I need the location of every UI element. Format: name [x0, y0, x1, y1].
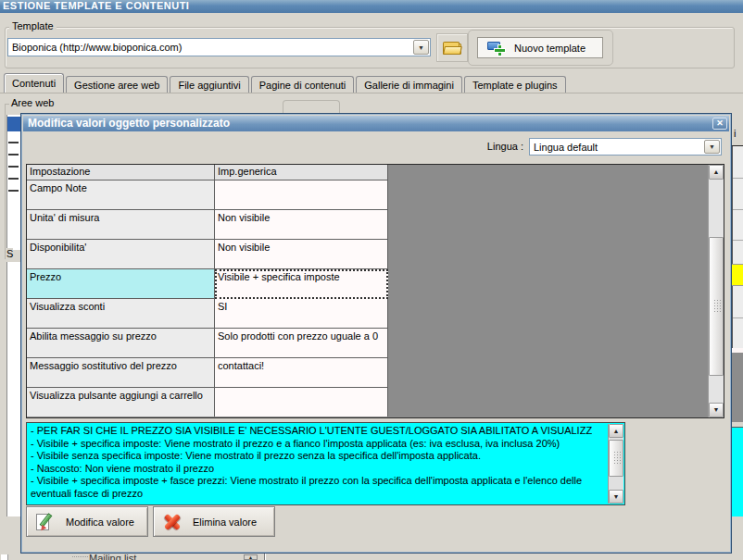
new-template-label: Nuovo template	[514, 43, 586, 54]
background-scrollbar-fragment: ▲	[244, 554, 258, 560]
tab-gallerie-di-immagini[interactable]: Gallerie di immagini	[356, 76, 462, 93]
background-table-rows-fragment	[732, 286, 743, 348]
help-info-box: - PER FAR SI CHE IL PREZZO SIA VISIBILE …	[26, 422, 625, 505]
close-icon[interactable]: ✕	[712, 118, 727, 130]
list-item-fragment	[8, 178, 19, 180]
language-label: Lingua :	[463, 141, 523, 152]
settings-grid: Impostazione Imp.generica Campo Note Uni…	[26, 164, 724, 418]
info-scrollbar[interactable]: ▲ ▼	[608, 424, 623, 504]
folder-icon	[443, 42, 461, 55]
scroll-up-icon[interactable]: ▲	[709, 165, 724, 180]
edit-pencil-icon	[35, 512, 56, 532]
table-row[interactable]: Visualizza pulsante aggiungi a carrello	[27, 388, 388, 417]
scroll-down-icon[interactable]: ▼	[609, 490, 623, 504]
modifica-valore-button[interactable]: Modifica valore	[26, 506, 148, 537]
aree-web-list-fragment	[6, 115, 20, 250]
aree-web-group-label: Aree web	[9, 97, 56, 108]
grid-scrollbar[interactable]: ▲ ▼	[708, 165, 724, 417]
background-groupbox-fragment	[283, 100, 340, 113]
chevron-down-icon[interactable]: ▼	[704, 140, 720, 154]
scroll-down-icon[interactable]: ▼	[709, 403, 724, 417]
elimina-valore-label: Elimina valore	[193, 516, 257, 528]
tab-contenuti[interactable]: Contenuti	[4, 73, 64, 93]
list-item-fragment	[8, 190, 19, 192]
window-titlebar: ESTIONE TEMPLATE E CONTENUTI	[0, 0, 743, 13]
background-header-fragment: i	[734, 128, 736, 139]
tree-branch-fragment	[72, 556, 88, 557]
new-template-icon	[487, 41, 506, 56]
background-table-rows-fragment	[732, 146, 743, 264]
open-folder-button[interactable]	[436, 33, 468, 62]
background-info-box-fragment	[732, 427, 743, 516]
tab-gestione-aree-web[interactable]: Gestione aree web	[66, 76, 168, 93]
dialog-title: Modifica valori oggetto personalizzato	[28, 117, 230, 130]
table-row[interactable]: Messaggio sostitutivo del prezzo contatt…	[27, 358, 388, 388]
list-item-fragment	[8, 142, 19, 143]
settings-table: Impostazione Imp.generica Campo Note Uni…	[27, 165, 388, 417]
selected-value-cell[interactable]: Visibile + specifica imposte	[215, 269, 388, 299]
scroll-up-icon[interactable]: ▲	[609, 424, 623, 438]
dialog-titlebar[interactable]: Modifica valori oggetto personalizzato	[23, 116, 729, 131]
list-item-fragment	[8, 166, 19, 168]
modifica-valore-label: Modifica valore	[66, 516, 134, 528]
tab-template-e-plugins[interactable]: Template e plugins	[464, 76, 566, 93]
tab-file-aggiuntivi[interactable]: File aggiuntivi	[170, 76, 248, 93]
list-item-fragment	[8, 154, 19, 156]
background-yellow-cell-fragment	[732, 264, 743, 286]
table-row-selected[interactable]: Prezzo Visibile + specifica imposte	[27, 269, 388, 299]
elimina-valore-button[interactable]: Elimina valore	[153, 506, 275, 537]
tree-item-mailing-list[interactable]: Mailing list	[89, 554, 191, 560]
red-x-icon	[162, 512, 183, 532]
background-panel-fragment	[1, 554, 8, 560]
table-row[interactable]: Unita' di misura Non visibile	[27, 210, 388, 240]
background-gray-panel-fragment	[732, 353, 743, 422]
background-group-label-fragment: S	[6, 248, 13, 259]
tab-underline	[0, 93, 743, 93]
language-select-value: Lingua default	[530, 142, 703, 153]
background-divider-fragment	[264, 554, 265, 560]
scrollbar-thumb[interactable]	[709, 237, 724, 376]
scrollbar-thumb[interactable]	[609, 440, 623, 477]
help-text: - PER FAR SI CHE IL PREZZO SIA VISIBILE …	[31, 425, 592, 500]
tab-pagine-di-contenuti[interactable]: Pagine di contenuti	[251, 76, 355, 93]
table-row[interactable]: Visualizza sconti SI	[27, 299, 388, 329]
aree-web-selected-item-fragment	[7, 117, 20, 131]
column-header-imp-generica[interactable]: Imp.generica	[215, 165, 388, 180]
language-select[interactable]: Lingua default ▼	[529, 138, 722, 156]
window-title: ESTIONE TEMPLATE E CONTENUTI	[3, 0, 189, 11]
template-select[interactable]: Bioponica (http://www.bioponica.com) ▼	[7, 38, 431, 56]
column-header-impostazione[interactable]: Impostazione	[27, 165, 215, 180]
app-window: { "window": { "title_visible": "ESTIONE …	[0, 0, 743, 560]
background-list-fragment	[6, 262, 20, 516]
table-row[interactable]: Abilita messaggio su prezzo Solo prodott…	[27, 329, 388, 358]
chevron-down-icon[interactable]: ▼	[413, 40, 429, 55]
aree-web-group-border-left	[5, 104, 6, 259]
table-row[interactable]: Disponibilita' Non visibile	[27, 240, 388, 269]
table-header-row: Impostazione Imp.generica	[27, 165, 388, 180]
tab-bar: Contenuti Gestione aree web File aggiunt…	[4, 74, 568, 93]
template-select-value: Bioponica (http://www.bioponica.com)	[8, 42, 412, 53]
template-group-label: Template	[9, 20, 57, 31]
background-right-strip: i	[732, 93, 743, 560]
new-template-button[interactable]: Nuovo template	[477, 37, 603, 58]
table-row[interactable]: Campo Note	[27, 180, 388, 210]
